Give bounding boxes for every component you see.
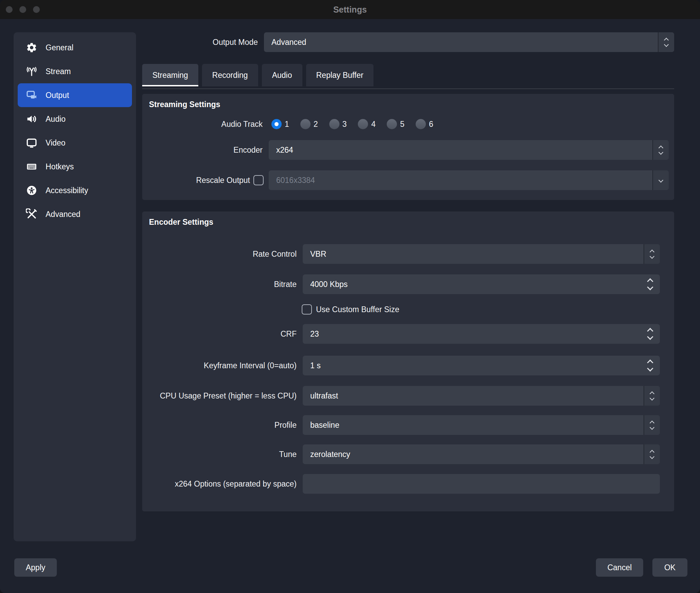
dropdown-arrows-icon[interactable] — [652, 140, 669, 160]
rate-control-value: VBR — [310, 250, 326, 259]
settings-sidebar: General Stream Output Audio Video — [14, 32, 136, 541]
bitrate-label: Bitrate — [142, 280, 297, 289]
rate-control-label: Rate Control — [142, 250, 297, 259]
crf-spinbox[interactable]: 23 — [303, 324, 660, 344]
sidebar-item-stream[interactable]: Stream — [18, 60, 132, 83]
tune-row: Tune zerolatency — [142, 445, 660, 464]
ok-button[interactable]: OK — [652, 558, 687, 577]
radio-icon[interactable] — [416, 119, 426, 129]
keyframe-interval-row: Keyframe Interval (0=auto) 1 s — [142, 356, 660, 375]
tab-replay-buffer[interactable]: Replay Buffer — [306, 64, 374, 86]
use-custom-buffer-checkbox[interactable] — [302, 304, 312, 315]
sidebar-item-output[interactable]: Output — [18, 83, 132, 107]
sidebar-item-advanced[interactable]: Advanced — [18, 202, 132, 226]
radio-icon[interactable] — [300, 119, 311, 129]
rescale-output-checkbox[interactable] — [253, 175, 264, 185]
keyframe-interval-spinbox[interactable]: 1 s — [303, 356, 660, 375]
rescale-output-label: Rescale Output — [142, 176, 250, 185]
x264-options-input[interactable] — [310, 479, 652, 489]
encoder-settings-heading: Encoder Settings — [149, 218, 213, 227]
chevron-down-icon[interactable] — [652, 170, 669, 190]
spin-up-icon[interactable] — [647, 359, 653, 366]
output-mode-label: Output Mode — [142, 38, 258, 47]
audio-track-option-4[interactable]: 4 — [358, 119, 376, 129]
sidebar-item-general[interactable]: General — [18, 36, 132, 60]
sidebar-label-audio: Audio — [46, 115, 66, 124]
window-title: Settings — [0, 0, 700, 19]
use-custom-buffer-label: Use Custom Buffer Size — [316, 305, 399, 314]
dropdown-arrows-icon[interactable] — [644, 244, 660, 264]
audio-track-option-5[interactable]: 5 — [387, 119, 404, 129]
dropdown-arrows-icon[interactable] — [644, 415, 660, 435]
output-mode-value: Advanced — [271, 38, 306, 47]
sidebar-label-general: General — [46, 43, 73, 52]
encoder-select[interactable]: x264 — [269, 140, 669, 160]
apply-button[interactable]: Apply — [14, 558, 57, 577]
sidebar-label-hotkeys: Hotkeys — [46, 162, 74, 171]
crf-value: 23 — [310, 329, 319, 339]
profile-select[interactable]: baseline — [303, 415, 660, 435]
cpu-preset-select[interactable]: ultrafast — [303, 386, 660, 406]
cpu-preset-value: ultrafast — [310, 391, 338, 401]
output-mode-select[interactable]: Advanced — [264, 32, 674, 52]
sidebar-label-output: Output — [46, 91, 69, 100]
output-mode-row: Output Mode Advanced — [142, 32, 674, 52]
spin-down-icon[interactable] — [647, 334, 653, 340]
monitor-icon — [26, 137, 37, 149]
streaming-settings-panel: Streaming Settings Audio Track 1 2 3 4 5… — [142, 94, 674, 200]
tab-streaming[interactable]: Streaming — [142, 64, 198, 86]
sidebar-label-advanced: Advanced — [46, 210, 80, 219]
audio-track-option-6[interactable]: 6 — [416, 119, 433, 129]
spin-up-icon[interactable] — [647, 328, 653, 334]
rate-control-row: Rate Control VBR — [142, 244, 660, 264]
tune-select[interactable]: zerolatency — [303, 444, 660, 464]
audio-track-option-1[interactable]: 1 — [271, 119, 289, 129]
antenna-icon — [26, 66, 37, 77]
radio-selected-icon[interactable] — [271, 119, 282, 129]
accessibility-icon — [26, 185, 37, 196]
radio-icon[interactable] — [329, 119, 339, 129]
cpu-preset-label: CPU Usage Preset (higher = less CPU) — [142, 391, 297, 401]
cpu-preset-row: CPU Usage Preset (higher = less CPU) ult… — [142, 386, 660, 405]
output-tabs: Streaming Recording Audio Replay Buffer — [142, 64, 674, 86]
sidebar-item-accessibility[interactable]: Accessibility — [18, 179, 132, 202]
sidebar-item-video[interactable]: Video — [18, 131, 132, 155]
custom-buffer-row: Use Custom Buffer Size — [302, 304, 660, 315]
x264-options-field[interactable] — [303, 474, 660, 494]
rescale-resolution-input[interactable] — [276, 176, 647, 185]
audio-track-option-3[interactable]: 3 — [329, 119, 347, 129]
audio-track-radio-group: 1 2 3 4 5 6 — [271, 119, 433, 129]
radio-icon[interactable] — [387, 119, 397, 129]
rescale-resolution-combobox[interactable] — [269, 170, 669, 190]
sidebar-item-audio[interactable]: Audio — [18, 107, 132, 131]
sidebar-item-hotkeys[interactable]: Hotkeys — [18, 155, 132, 179]
tab-recording[interactable]: Recording — [202, 64, 258, 86]
settings-window: Settings General Stream Output Audio — [0, 0, 700, 593]
streaming-settings-heading: Streaming Settings — [149, 100, 220, 109]
titlebar: Settings — [0, 0, 700, 19]
encoder-label: Encoder — [142, 146, 263, 155]
keyframe-interval-label: Keyframe Interval (0=auto) — [142, 361, 297, 370]
x264-options-label: x264 Options (separated by space) — [142, 479, 297, 489]
bitrate-spinbox[interactable]: 4000 Kbps — [303, 274, 660, 294]
spin-down-icon[interactable] — [647, 284, 653, 290]
rate-control-select[interactable]: VBR — [303, 244, 660, 264]
rescale-output-row: Rescale Output — [142, 170, 669, 190]
audio-track-option-2[interactable]: 2 — [300, 119, 318, 129]
spin-up-icon[interactable] — [647, 278, 653, 284]
radio-icon[interactable] — [358, 119, 368, 129]
dropdown-arrows-icon[interactable] — [644, 386, 660, 406]
tab-audio[interactable]: Audio — [262, 64, 302, 86]
bitrate-value: 4000 Kbps — [310, 280, 348, 289]
audio-track-label: Audio Track — [142, 120, 263, 129]
sidebar-label-video: Video — [46, 138, 65, 148]
gear-icon — [26, 42, 37, 53]
spin-down-icon[interactable] — [647, 365, 653, 371]
dropdown-arrows-icon[interactable] — [644, 444, 660, 464]
tune-value: zerolatency — [310, 450, 350, 459]
profile-label: Profile — [142, 421, 297, 430]
crf-row: CRF 23 — [142, 324, 660, 343]
cancel-button[interactable]: Cancel — [596, 558, 643, 577]
encoder-settings-panel: Encoder Settings Rate Control VBR Bitrat… — [142, 211, 674, 511]
dropdown-arrows-icon[interactable] — [658, 32, 674, 52]
